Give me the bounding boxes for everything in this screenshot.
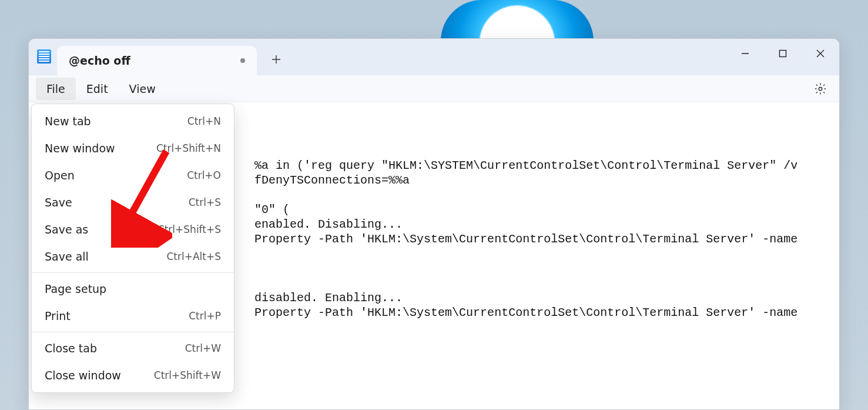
menu-item-new-window[interactable]: New windowCtrl+Shift+N [32,135,234,162]
menu-shortcut: Ctrl+Shift+N [156,142,221,154]
menu-view[interactable]: View [119,78,166,100]
menu-shortcut: Ctrl+O [187,169,221,181]
menu-file[interactable]: File [36,78,76,100]
svg-point-1 [819,87,822,91]
menu-shortcut: Ctrl+Alt+S [166,251,221,262]
menu-shortcut: Ctrl+P [189,310,221,322]
menu-shortcut: Ctrl+W [185,342,221,354]
menu-item-save-all[interactable]: Save allCtrl+Alt+S [32,243,234,270]
edge-logo-bg [441,0,594,41]
menu-label: New tab [45,115,91,128]
menu-label: Page setup [45,282,106,295]
menu-label: Print [45,309,71,322]
menu-item-open[interactable]: OpenCtrl+O [32,162,234,189]
menu-item-new-tab[interactable]: New tabCtrl+N [32,108,234,135]
unsaved-dot-icon [240,58,245,63]
settings-button[interactable] [810,78,831,99]
menu-edit[interactable]: Edit [76,78,119,100]
notepad-icon [37,49,51,64]
notepad-window: @echo off File Edit View [28,38,840,410]
menu-separator [32,272,234,273]
menu-item-close-tab[interactable]: Close tabCtrl+W [32,335,234,362]
titlebar: @echo off [29,39,839,75]
window-controls [726,39,839,68]
menubar: File Edit View [29,75,839,102]
menu-label: Save all [45,250,89,263]
menu-shortcut: Ctrl+Shift+S [157,224,221,235]
svg-rect-0 [780,51,786,57]
new-tab-button[interactable] [263,46,290,73]
menu-shortcut: Ctrl+N [187,115,221,127]
menu-item-print[interactable]: PrintCtrl+P [32,302,234,329]
menu-item-close-window[interactable]: Close windowCtrl+Shift+W [32,362,234,389]
menu-item-save[interactable]: SaveCtrl+S [32,189,234,216]
menu-label: New window [45,142,115,155]
minimize-button[interactable] [726,39,764,68]
menu-shortcut: Ctrl+S [189,196,221,208]
menu-label: Save as [45,223,88,236]
close-button[interactable] [802,39,839,68]
maximize-button[interactable] [764,39,802,68]
tab-active[interactable]: @echo off [57,46,257,75]
menu-label: Close window [45,369,121,382]
file-menu-dropdown: New tabCtrl+NNew windowCtrl+Shift+NOpenC… [31,104,234,393]
menu-label: Open [45,169,75,182]
menu-shortcut: Ctrl+Shift+W [154,369,221,381]
menu-label: Close tab [45,342,97,355]
tab-title: @echo off [69,54,130,67]
menu-label: Save [45,196,72,209]
menu-separator [32,332,234,332]
menu-item-save-as[interactable]: Save asCtrl+Shift+S [32,216,234,243]
menu-item-page-setup[interactable]: Page setup [32,275,234,302]
